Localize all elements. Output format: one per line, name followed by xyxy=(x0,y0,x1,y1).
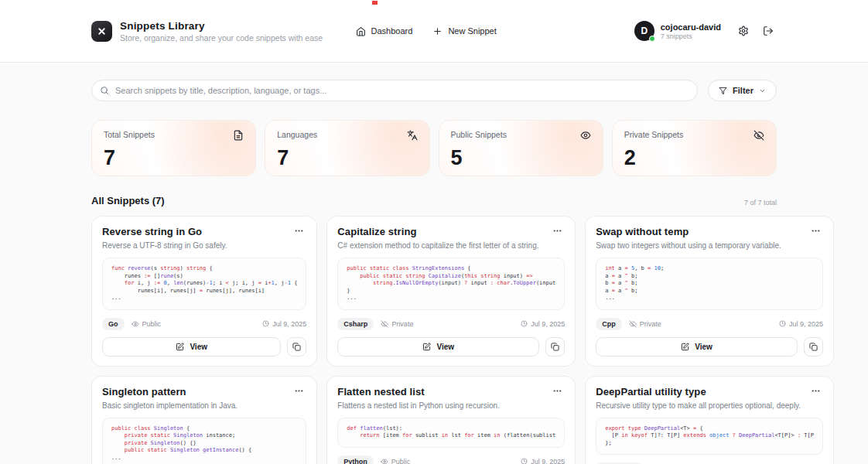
code-line: } xyxy=(347,288,555,295)
code-preview: public class Singleton { private static … xyxy=(102,418,306,464)
copy-icon xyxy=(809,343,818,351)
code-line: private Singleton() {} xyxy=(111,440,297,448)
snippet-title: Flatten nested list xyxy=(337,386,424,397)
snippet-description: Recursive utility type to make all prope… xyxy=(596,401,823,410)
search-box xyxy=(91,80,698,101)
clock-icon xyxy=(779,320,786,327)
app-title: Snippets Library xyxy=(120,20,323,32)
code-line: ... xyxy=(347,295,555,302)
snippet-menu-button[interactable] xyxy=(811,226,823,237)
snippet-menu-button[interactable] xyxy=(552,226,565,237)
eye-icon xyxy=(132,320,139,328)
code-line: ... xyxy=(111,455,297,462)
snippet-description: Basic singleton implementation in Java. xyxy=(102,401,306,410)
search-input[interactable] xyxy=(91,80,698,101)
code-line: runes[i], runes[j] = runes[j], runes[i] xyxy=(111,288,297,295)
view-label: View xyxy=(190,343,207,351)
snippet-title: Swap without temp xyxy=(596,226,689,237)
home-icon xyxy=(356,26,366,36)
snippet-menu-button[interactable] xyxy=(294,226,306,237)
code-line: ... xyxy=(605,295,814,302)
online-status-dot xyxy=(649,36,655,42)
ellipsis-icon xyxy=(811,226,821,236)
user-name: cojocaru-david xyxy=(661,22,721,32)
chevron-down-icon xyxy=(759,87,766,94)
code-line: }; xyxy=(605,440,814,448)
eye-off-icon xyxy=(629,320,637,328)
edit-icon xyxy=(681,343,689,351)
stat-card: Languages7 xyxy=(265,120,429,176)
code-line: export type DeepPartial<T> = { xyxy=(605,425,814,433)
avatar-letter: D xyxy=(641,26,648,36)
nav-dashboard[interactable]: Dashboard xyxy=(356,26,413,36)
app-logo xyxy=(91,21,112,42)
code-line: b = a ^ b; xyxy=(605,280,814,288)
filter-button[interactable]: Filter xyxy=(708,80,777,101)
code-line: a = a ^ b; xyxy=(605,288,814,295)
snippet-card: Reverse string in GoReverse a UTF-8 stri… xyxy=(91,216,317,367)
stat-label: Private Snippets xyxy=(624,130,683,139)
ellipsis-icon xyxy=(811,386,821,396)
user-snippet-count: 7 snippets xyxy=(661,32,721,40)
edit-icon xyxy=(176,343,184,351)
snippet-card: Flatten nested listFlattens a nested lis… xyxy=(326,376,576,464)
ellipsis-icon xyxy=(552,226,562,236)
code-preview: func reverse(s string) string { runes :=… xyxy=(102,258,306,310)
code-line: public class Singleton { xyxy=(111,425,297,433)
ellipsis-icon xyxy=(294,226,304,236)
main-content: Filter Total Snippets7Languages7Public S… xyxy=(91,80,777,464)
nav-label: Dashboard xyxy=(371,26,413,36)
nav-label: New Snippet xyxy=(448,26,496,36)
browser-artifact-dot xyxy=(372,1,378,5)
code-line: private static Singleton instance; xyxy=(111,432,297,440)
stat-value: 7 xyxy=(277,146,417,170)
user-cluster: D cojocaru-david 7 snippets xyxy=(634,21,777,41)
eye-off-icon xyxy=(381,320,388,328)
code-line: func reverse(s string) string { xyxy=(111,265,297,273)
snippet-menu-button[interactable] xyxy=(811,386,823,397)
copy-button[interactable] xyxy=(545,337,565,357)
stat-card: Private Snippets2 xyxy=(612,120,777,176)
copy-button[interactable] xyxy=(804,337,823,357)
stat-label: Public Snippets xyxy=(451,130,507,139)
stat-label: Languages xyxy=(277,130,317,139)
code-preview: export type DeepPartial<T> = { [P in key… xyxy=(596,418,823,455)
date-text: Jul 9, 2025 xyxy=(531,320,565,328)
view-button[interactable]: View xyxy=(337,337,539,357)
snippet-card: Swap without tempSwap two integers witho… xyxy=(585,216,834,367)
snippet-description: Swap two integers without using a tempor… xyxy=(596,241,823,250)
code-preview: int a = 5, b = 10;a = a ^ b;b = a ^ b;a … xyxy=(596,258,823,310)
visibility-label: Private xyxy=(381,320,413,328)
code-line: public static class StringExtensions { xyxy=(347,265,555,273)
clock-icon xyxy=(521,458,528,464)
view-button[interactable]: View xyxy=(102,337,281,357)
plus-icon xyxy=(432,26,443,36)
snippet-menu-button[interactable] xyxy=(552,386,565,397)
avatar[interactable]: D xyxy=(634,21,654,41)
code-preview: def flatten(lst): return [item for subli… xyxy=(337,418,565,448)
copy-button[interactable] xyxy=(287,337,306,357)
visibility-text: Public xyxy=(391,458,411,464)
snippet-title: Capitalize string xyxy=(337,226,416,237)
visibility-label: Private xyxy=(629,320,661,328)
visibility-text: Private xyxy=(391,320,413,328)
nav-new-snippet[interactable]: New Snippet xyxy=(432,26,496,36)
stat-card: Public Snippets5 xyxy=(439,120,603,176)
code-line: for i, j := 0, len(runes)-1; i < j; i, j… xyxy=(111,280,297,288)
snippet-date: Jul 9, 2025 xyxy=(521,320,565,328)
code-line: return [item for sublist in lst for item… xyxy=(347,432,555,440)
edit-icon xyxy=(422,343,431,351)
settings-button[interactable] xyxy=(735,22,752,39)
x-logo-icon xyxy=(97,26,107,36)
view-button[interactable]: View xyxy=(596,337,798,357)
stat-value: 7 xyxy=(104,146,244,170)
logout-button[interactable] xyxy=(760,22,777,39)
code-line: ... xyxy=(111,295,297,302)
language-badge: Csharp xyxy=(337,318,374,330)
visibility-text: Private xyxy=(640,320,661,328)
snippet-menu-button[interactable] xyxy=(294,386,306,397)
visibility-label: Public xyxy=(381,458,411,464)
code-preview: public static class StringExtensions { p… xyxy=(337,258,565,310)
snippet-card: DeepPartial utility typeRecursive utilit… xyxy=(585,376,834,464)
code-line: a = a ^ b; xyxy=(605,273,814,281)
